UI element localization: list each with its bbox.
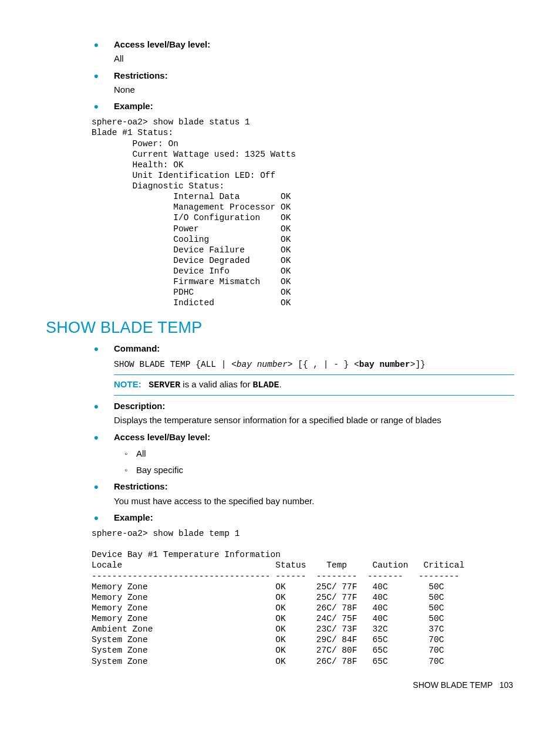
cmd-suffix: >]}: [410, 360, 426, 369]
example-code-2: sphere-oa2> show blade temp 1 Device Bay…: [92, 528, 514, 667]
document-page: Access level/Bay level: All Restrictions…: [0, 0, 560, 746]
label: Command:: [114, 343, 160, 353]
note-word: NOTE:: [114, 379, 141, 389]
value: All: [114, 53, 514, 65]
item-example-2: Example:: [92, 512, 514, 524]
cmd-italic-bay: bay number: [237, 360, 288, 369]
sub-bay-specific: Bay specific: [124, 464, 514, 476]
cmd-mid: > [{ , | - } <: [288, 360, 359, 369]
note-end: .: [279, 379, 282, 389]
label: Example:: [114, 101, 153, 111]
note-rule-top: [114, 374, 514, 375]
label: Access level/Bay level:: [114, 39, 210, 49]
section-heading: SHOW BLADE TEMP: [46, 317, 514, 338]
item-access-level-1: Access level/Bay level: All: [92, 39, 514, 65]
note-line: NOTE: SERVER is a valid alias for BLADE.: [114, 379, 514, 391]
label: Restrictions:: [114, 70, 168, 80]
label: Example:: [114, 512, 153, 522]
item-access-level-2: Access level/Bay level: All Bay specific: [92, 431, 514, 477]
item-command: Command:: [92, 343, 514, 355]
command-syntax: SHOW BLADE TEMP {ALL | <bay number> [{ ,…: [114, 359, 514, 371]
value: You must have access to the specified ba…: [114, 495, 514, 507]
label: Restrictions:: [114, 481, 168, 491]
label: Access level/Bay level:: [114, 432, 210, 442]
item-description: Description: Displays the temperature se…: [92, 400, 514, 427]
footer-page: 103: [500, 680, 513, 690]
label: Description:: [114, 401, 166, 411]
section1-list: Access level/Bay level: All Restrictions…: [46, 39, 514, 112]
note-mid: is a valid alias for: [180, 379, 252, 389]
item-example-1: Example:: [92, 100, 514, 112]
note-rule-bottom: [114, 395, 514, 396]
value: Displays the temperature sensor informat…: [114, 414, 514, 426]
access-sublist: All Bay specific: [114, 448, 514, 477]
item-restrictions-1: Restrictions: None: [92, 70, 514, 96]
note-server: SERVER: [149, 380, 180, 390]
item-restrictions-2: Restrictions: You must have access to th…: [92, 481, 514, 507]
cmd-bold-bay: bay number: [359, 360, 410, 369]
value: None: [114, 84, 514, 96]
note-blade: BLADE: [253, 380, 279, 390]
footer-title: SHOW BLADE TEMP: [413, 680, 492, 690]
cmd-prefix: SHOW BLADE TEMP {ALL | <: [114, 360, 237, 369]
section2-list: Command:: [46, 343, 514, 355]
page-footer: SHOW BLADE TEMP 103: [46, 680, 514, 691]
section2-list-2: Description: Displays the temperature se…: [46, 400, 514, 524]
sub-all: All: [124, 448, 514, 460]
example-code-1: sphere-oa2> show blade status 1 Blade #1…: [92, 117, 514, 308]
